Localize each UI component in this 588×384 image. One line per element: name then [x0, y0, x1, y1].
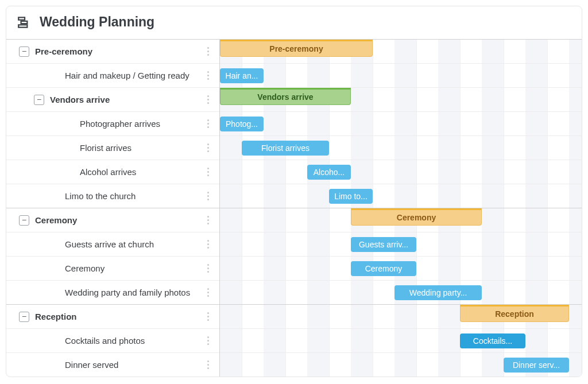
- task-row-photos[interactable]: Wedding party and family photos: [6, 280, 219, 304]
- collapse-toggle[interactable]: [19, 312, 29, 322]
- drag-handle-icon[interactable]: [203, 264, 212, 273]
- header: Wedding Planning: [6, 6, 582, 39]
- svg-rect-1: [21, 21, 28, 23]
- timeline-row: Guests arriv...: [220, 232, 582, 256]
- task-bar[interactable]: Ceremony: [351, 261, 416, 276]
- timeline-row: Ceremony: [220, 208, 582, 232]
- task-row-preceremony[interactable]: Pre-ceremony: [6, 39, 219, 63]
- timeline-row: Pre-ceremony: [220, 39, 582, 63]
- collapse-toggle[interactable]: [34, 95, 44, 105]
- task-label: Reception: [35, 312, 203, 321]
- timeline-row: Cocktails...: [220, 328, 582, 352]
- group-bar[interactable]: Reception: [460, 305, 569, 322]
- task-row-cocktails[interactable]: Cocktails and photos: [6, 328, 219, 352]
- task-bar[interactable]: Dinner serv...: [504, 358, 569, 373]
- task-label: Wedding party and family photos: [65, 288, 203, 297]
- collapse-toggle[interactable]: [19, 46, 29, 57]
- drag-handle-icon[interactable]: [203, 168, 212, 176]
- timeline-row: Wedding party...: [220, 280, 582, 304]
- task-row-guests[interactable]: Guests arrive at church: [6, 232, 219, 256]
- svg-rect-2: [18, 25, 27, 27]
- timeline-row: Vendors arrive: [220, 87, 582, 111]
- task-label: Pre-ceremony: [35, 46, 203, 56]
- task-row-photographer[interactable]: Photographer arrives: [6, 111, 219, 135]
- task-bar[interactable]: Alcoho...: [307, 165, 351, 180]
- page-title: Wedding Planning: [40, 14, 154, 30]
- task-label: Hair and makeup / Getting ready: [65, 71, 203, 80]
- task-label: Dinner served: [65, 360, 203, 370]
- svg-rect-0: [18, 17, 25, 20]
- task-bar[interactable]: Photog...: [220, 117, 264, 131]
- group-bar[interactable]: Vendors arrive: [220, 88, 351, 105]
- task-row-ceremony[interactable]: Ceremony: [6, 256, 219, 280]
- task-label: Alcohol arrives: [80, 167, 203, 177]
- task-label: Vendors arrive: [50, 95, 203, 104]
- task-bar[interactable]: Guests arriv...: [351, 237, 416, 252]
- collapse-toggle[interactable]: [19, 215, 29, 226]
- task-row-florist[interactable]: Florist arrives: [6, 135, 219, 160]
- task-bar[interactable]: Wedding party...: [394, 285, 482, 300]
- timeline-row: Ceremony: [220, 256, 582, 280]
- task-row-hair[interactable]: Hair and makeup / Getting ready: [6, 63, 219, 87]
- task-label: Cocktails and photos: [65, 336, 203, 346]
- group-bar[interactable]: Pre-ceremony: [220, 40, 373, 57]
- timeline-row: Florist arrives: [220, 135, 582, 160]
- gantt-icon: [17, 15, 32, 30]
- timeline-row: Reception: [220, 304, 582, 328]
- task-label: Ceremony: [35, 215, 203, 225]
- drag-handle-icon[interactable]: [203, 71, 212, 80]
- drag-handle-icon[interactable]: [203, 143, 212, 152]
- task-list-sidebar: Pre-ceremonyHair and makeup / Getting re…: [6, 39, 220, 377]
- task-bar[interactable]: Florist arrives: [242, 141, 329, 156]
- gantt-container: Wedding Planning Pre-ceremonyHair and ma…: [6, 6, 582, 377]
- drag-handle-icon[interactable]: [203, 336, 212, 345]
- timeline-row: Dinner serv...: [220, 352, 582, 377]
- drag-handle-icon[interactable]: [203, 47, 212, 56]
- group-bar[interactable]: Ceremony: [351, 208, 482, 226]
- drag-handle-icon[interactable]: [203, 288, 212, 297]
- drag-handle-icon[interactable]: [203, 312, 212, 321]
- task-label: Ceremony: [65, 263, 203, 273]
- task-row-limo[interactable]: Limo to the church: [6, 184, 219, 208]
- task-row-alcohol[interactable]: Alcohol arrives: [6, 160, 219, 184]
- drag-handle-icon[interactable]: [203, 360, 212, 369]
- timeline-row: Alcoho...: [220, 160, 582, 184]
- task-row-dinner[interactable]: Dinner served: [6, 352, 219, 377]
- gantt-body: Pre-ceremonyHair and makeup / Getting re…: [6, 39, 582, 377]
- timeline-row: Photog...: [220, 111, 582, 135]
- task-label: Florist arrives: [80, 143, 203, 153]
- timeline-area[interactable]: Pre-ceremonyHair an...Vendors arrivePhot…: [220, 39, 582, 377]
- timeline-row: Limo to...: [220, 184, 582, 208]
- task-bar[interactable]: Hair an...: [220, 68, 264, 83]
- task-label: Photographer arrives: [80, 119, 203, 129]
- task-label: Guests arrive at church: [65, 239, 203, 249]
- task-row-ceremony-grp[interactable]: Ceremony: [6, 208, 219, 232]
- task-row-vendors[interactable]: Vendors arrive: [6, 87, 219, 111]
- drag-handle-icon[interactable]: [203, 216, 212, 224]
- drag-handle-icon[interactable]: [203, 95, 212, 104]
- task-bar[interactable]: Cocktails...: [460, 333, 525, 348]
- task-row-reception-grp[interactable]: Reception: [6, 304, 219, 328]
- drag-handle-icon[interactable]: [203, 119, 212, 128]
- drag-handle-icon[interactable]: [203, 192, 212, 200]
- task-label: Limo to the church: [65, 191, 203, 201]
- task-bar[interactable]: Limo to...: [329, 189, 373, 204]
- drag-handle-icon[interactable]: [203, 240, 212, 249]
- timeline-row: Hair an...: [220, 63, 582, 87]
